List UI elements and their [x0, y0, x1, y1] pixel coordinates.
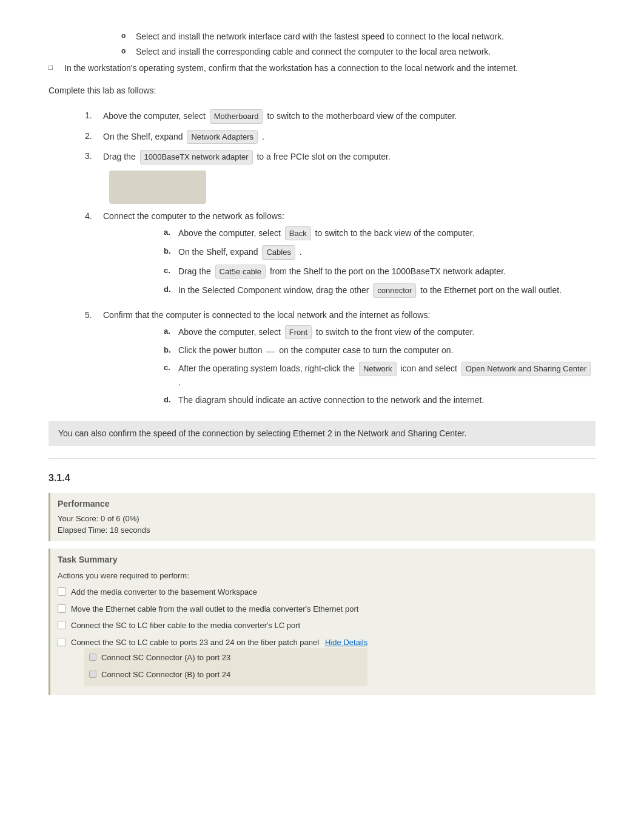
sub-bullet-1: o Select and install the network interfa…: [121, 30, 595, 43]
step-5b-text-before: Click the power button: [178, 345, 263, 355]
step-5a-content: Above the computer, select Front to swit…: [178, 325, 595, 340]
step-4d-text-after: to the Ethernet port on the wall outlet.: [420, 285, 562, 295]
step-5c-char: c.: [164, 362, 178, 374]
step-4: 4. Connect the computer to the network a…: [85, 210, 595, 303]
step-2: 2. On the Shelf, expand Network Adapters…: [85, 130, 595, 144]
task-item-3-wrapper: Connect the SC to LC cable to ports 23 a…: [71, 637, 367, 687]
outer-bullet: □ In the workstation's operating system,…: [49, 62, 595, 75]
step-3: 3. Drag the 1000BaseTX network adapter t…: [85, 150, 595, 164]
step-4-num: 4.: [85, 210, 103, 223]
step-4a-char: a.: [164, 226, 178, 238]
step-4c-content: Drag the Cat5e cable from the Shelf to t…: [178, 265, 595, 279]
step-5c: c. After the operating system loads, rig…: [164, 362, 595, 389]
step-5b-content: Click the power button on the computer c…: [178, 344, 595, 357]
step-3-button: 1000BaseTX network adapter: [140, 150, 253, 164]
step-4d-content: In the Selected Component window, drag t…: [178, 283, 595, 298]
step-4b-text-before: On the Shelf, expand: [178, 247, 258, 257]
step-3-content: Drag the 1000BaseTX network adapter to a…: [103, 150, 595, 164]
step-4c: c. Drag the Cat5e cable from the Shelf t…: [164, 265, 595, 279]
step-5b-button: [266, 351, 275, 353]
info-bar: You can also confirm the speed of the co…: [49, 421, 595, 446]
step-4a-text-before: Above the computer, select: [178, 228, 281, 238]
task-item-1: Move the Ethernet cable from the wall ou…: [58, 602, 588, 617]
step-5c-content: After the operating system loads, right-…: [178, 362, 595, 389]
network-adapter-image: [109, 171, 206, 204]
task-summary-title: Task Summary: [58, 553, 588, 566]
step-1: 1. Above the computer, select Motherboar…: [85, 109, 595, 124]
step-5: 5. Confirm that the computer is connecte…: [85, 309, 595, 411]
step-5-text-before: Confirm that the computer is connected t…: [103, 310, 430, 320]
task-checkbox-3[interactable]: [58, 638, 66, 646]
task-checkbox-2[interactable]: [58, 621, 66, 629]
step-4d-text-before: In the Selected Component window, drag t…: [178, 285, 369, 295]
step-5a-char: a.: [164, 325, 178, 337]
step-1-content: Above the computer, select Motherboard t…: [103, 109, 595, 124]
step-3-num: 3.: [85, 150, 103, 163]
step-4c-text-after: from the Shelf to the port on the 1000Ba…: [270, 266, 506, 276]
performance-box: Performance Your Score: 0 of 6 (0%) Elap…: [49, 493, 595, 541]
section-heading: 3.1.4: [49, 471, 595, 485]
hide-details-link[interactable]: Hide Details: [325, 637, 367, 649]
step-1-button: Motherboard: [210, 109, 263, 124]
step-4b-text-after: .: [300, 247, 302, 257]
step-4b-button: Cables: [262, 245, 295, 260]
task-item-1-text: Move the Ethernet cable from the wall ou…: [71, 603, 358, 615]
step-4a-text-after: to switch to the back view of the comput…: [315, 228, 475, 238]
complete-line: Complete this lab as follows:: [49, 84, 595, 97]
step-5d-text-before: The diagram should indicate an active co…: [178, 395, 484, 405]
task-checkbox-1[interactable]: [58, 604, 66, 613]
performance-score: Your Score: 0 of 6 (0%): [58, 513, 588, 525]
step-1-text-after: to switch to the motherboard view of the…: [267, 111, 457, 121]
step-4c-button: Cat5e cable: [215, 265, 266, 279]
step-4-sub-steps: a. Above the computer, select Back to sw…: [164, 226, 595, 298]
step-5a-text-before: Above the computer, select: [178, 327, 281, 337]
sub-task-item-0-text: Connect SC Connector (A) to port 23: [101, 652, 230, 664]
step-1-num: 1.: [85, 109, 103, 122]
task-checkbox-0[interactable]: [58, 587, 66, 596]
sub-task-group: Connect SC Connector (A) to port 23 Conn…: [84, 648, 367, 686]
task-item-0: Add the media converter to the basement …: [58, 585, 588, 600]
section-divider: [49, 458, 595, 459]
sub-bullets: o Select and install the network interfa…: [121, 30, 595, 58]
sub-task-checkbox-0[interactable]: [89, 654, 96, 661]
bullet-char: □: [49, 62, 61, 73]
step-3-text-after: to a free PCIe slot on the computer.: [257, 152, 390, 161]
step-2-button: Network Adapters: [187, 130, 258, 144]
sub-task-item-0: Connect SC Connector (A) to port 23: [89, 651, 363, 665]
task-actions-label: Actions you were required to perform:: [58, 570, 588, 582]
step-5c-text-after: icon and select: [401, 363, 460, 373]
step-5b-char: b.: [164, 344, 178, 356]
step-5c-text-after2: .: [178, 377, 181, 387]
sub-bullet-char-1: o: [121, 30, 132, 41]
step-5c-text-before: After the operating system loads, right-…: [178, 363, 355, 373]
info-bar-text-before: You can also confirm the speed of the co…: [58, 428, 290, 438]
performance-elapsed: Elapsed Time: 18 seconds: [58, 524, 588, 536]
step-4c-char: c.: [164, 265, 178, 277]
step-2-text-after: .: [262, 132, 264, 141]
step-5d: d. The diagram should indicate an active…: [164, 394, 595, 407]
sub-task-item-1: Connect SC Connector (B) to port 24: [89, 668, 363, 682]
step-5-num: 5.: [85, 309, 103, 322]
task-item-2-text: Connect the SC to LC fiber cable to the …: [71, 620, 300, 632]
sub-task-checkbox-1[interactable]: [89, 671, 96, 678]
step-4a: a. Above the computer, select Back to sw…: [164, 226, 595, 241]
task-item-0-text: Add the media converter to the basement …: [71, 586, 257, 598]
step-4a-button: Back: [285, 226, 311, 241]
step-2-text-before: On the Shelf, expand: [103, 132, 183, 141]
step-5b: b. Click the power button on the compute…: [164, 344, 595, 357]
info-bar-text-after: in the Network and Sharing Center.: [335, 428, 467, 438]
sub-task-item-1-text: Connect SC Connector (B) to port 24: [101, 669, 230, 681]
sub-bullet-text-2: Select and install the corresponding cab…: [136, 46, 491, 58]
step-4-text-before: Connect the computer to the network as f…: [103, 211, 284, 221]
sub-bullet-text-1: Select and install the network interface…: [136, 30, 504, 43]
step-4d-button: connector: [373, 283, 416, 298]
step-5-sub-steps: a. Above the computer, select Front to s…: [164, 325, 595, 407]
task-item-3-label-row: Connect the SC to LC cable to ports 23 a…: [71, 637, 367, 649]
step-4b-content: On the Shelf, expand Cables .: [178, 245, 595, 260]
step-2-num: 2.: [85, 130, 103, 143]
sub-bullet-2: o Select and install the corresponding c…: [121, 46, 595, 58]
step-5b-text-after: on the computer case to turn the compute…: [279, 345, 453, 355]
step-4-content: Connect the computer to the network as f…: [103, 210, 595, 303]
step-4c-text-before: Drag the: [178, 266, 211, 276]
step-1-text-before: Above the computer, select: [103, 111, 206, 121]
